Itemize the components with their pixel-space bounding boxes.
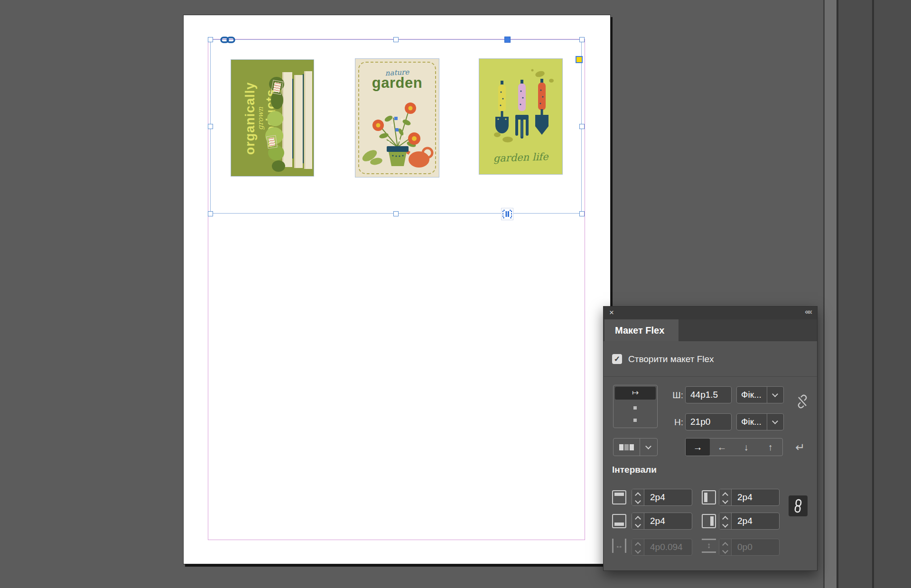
direction-right-button[interactable]: → [686, 439, 710, 456]
selection-handle-bottom-center[interactable] [393, 211, 399, 216]
divider [604, 376, 817, 377]
height-unit-select[interactable]: Фік... [736, 413, 784, 430]
direction-down-button[interactable]: ↓ [734, 439, 758, 456]
direction-left-button[interactable]: ← [710, 439, 734, 456]
stepper[interactable] [719, 513, 732, 529]
selection-handle-bottom-left[interactable] [208, 211, 213, 216]
horizontal-gap-icon: ↔ [612, 539, 626, 553]
unlink-dimensions-icon[interactable] [795, 394, 809, 409]
padding-left-field: 2p4 [719, 489, 780, 506]
padding-bottom-icon [612, 514, 626, 528]
padding-right-field: 2p4 [719, 513, 780, 530]
link-spacing-values-button[interactable] [789, 495, 808, 516]
selection-frame[interactable] [210, 39, 582, 214]
selection-handle-top-right[interactable] [579, 37, 585, 42]
padding-top-value[interactable]: 2p4 [644, 489, 692, 505]
create-flex-layout-checkbox[interactable]: ✓ [612, 354, 622, 364]
panel-header: × «« [604, 307, 817, 319]
selection-handle-top-left[interactable] [208, 37, 213, 42]
chevron-down-icon[interactable] [767, 414, 783, 430]
close-icon[interactable]: × [609, 308, 614, 317]
direction-up-button[interactable]: ↑ [758, 439, 782, 456]
selection-handle-mid-left[interactable] [208, 124, 213, 129]
wrap-mode-button[interactable] [613, 438, 658, 456]
stepper [719, 539, 732, 555]
height-unit-value: Фік... [737, 414, 767, 430]
create-flex-layout-label: Створити макет Flex [628, 354, 714, 364]
vertical-gap-icon: ↕ [702, 539, 716, 553]
flow-item-dot [633, 406, 637, 410]
chevron-down-icon[interactable] [767, 387, 783, 403]
vertical-gap-field: 0p0 [719, 539, 780, 556]
flow-direction-row: ↦ [615, 387, 656, 400]
spacing-section-title: Інтервали [612, 465, 657, 475]
padding-right-value[interactable]: 2p4 [732, 513, 779, 529]
padding-bottom-field: 2p4 [632, 513, 692, 530]
selection-handle-bottom-right[interactable] [579, 211, 585, 216]
document-page[interactable]: organically grown products nature garden [183, 15, 611, 564]
horizontal-gap-value: 4p0.094 [644, 539, 692, 555]
collapse-panel-icon[interactable]: «« [805, 308, 811, 316]
wrap-pattern-icon [614, 439, 640, 456]
height-label: Н: [665, 417, 683, 428]
tab-flex-layout[interactable]: Макет Flex [604, 319, 679, 341]
flex-spacing-handle[interactable] [504, 37, 511, 43]
padding-right-icon [702, 514, 716, 528]
stepper[interactable] [632, 489, 644, 505]
selection-handle-top-center[interactable] [393, 37, 399, 42]
application-workspace: organically grown products nature garden [0, 0, 911, 588]
flex-layout-panel: × «« Макет Flex ✓ Створити макет Flex ↦ … [603, 306, 818, 571]
corner-radius-handle[interactable] [576, 56, 583, 63]
vertical-gap-value: 0p0 [732, 539, 779, 555]
width-label: Ш: [665, 390, 683, 401]
padding-left-value[interactable]: 2p4 [732, 489, 779, 505]
width-input[interactable] [685, 386, 732, 403]
flow-direction-segmented-control: → ← ↓ ↑ [685, 438, 783, 456]
padding-bottom-value[interactable]: 2p4 [644, 513, 692, 529]
return-flow-icon[interactable]: ↵ [795, 441, 805, 454]
width-unit-select[interactable]: Фік... [736, 386, 784, 403]
padding-top-field: 2p4 [632, 489, 692, 506]
panel-tab-strip: Макет Flex [604, 319, 817, 341]
width-unit-value: Фік... [737, 387, 767, 403]
panel-dock-column[interactable] [874, 0, 911, 588]
flex-layout-badge[interactable] [501, 208, 513, 220]
linked-frame-chain-icon[interactable] [220, 36, 235, 44]
stepper[interactable] [632, 513, 644, 529]
selection-handle-mid-right[interactable] [579, 124, 585, 129]
panel-dock-column[interactable] [838, 0, 872, 588]
padding-top-icon [612, 490, 626, 504]
chevron-down-icon[interactable] [640, 439, 657, 456]
stepper[interactable] [719, 489, 732, 505]
height-input[interactable] [685, 413, 732, 430]
flow-item-dot [633, 419, 637, 422]
stepper [632, 539, 644, 555]
horizontal-gap-field: 4p0.094 [632, 539, 692, 556]
padding-left-icon [702, 490, 716, 504]
flow-preview-widget[interactable]: ↦ [613, 385, 658, 428]
dock-scrollbar-track[interactable] [825, 0, 837, 588]
